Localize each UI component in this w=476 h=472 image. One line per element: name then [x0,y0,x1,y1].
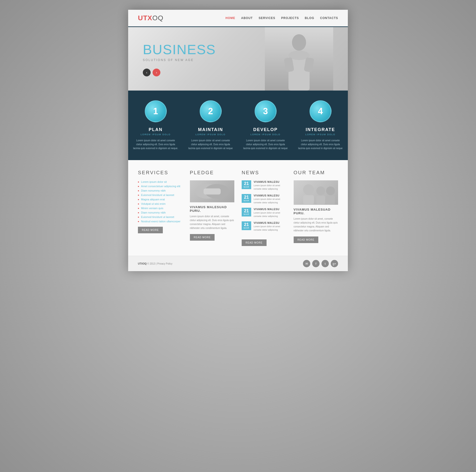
team-image [294,180,338,205]
news-date-2: 21 MAR [242,194,251,203]
service-link-8[interactable]: Diam nonummy nibh [141,211,166,214]
footer-privacy[interactable]: Privacy Policy [157,262,172,265]
logo-oq: OQ [152,14,164,22]
services-column: SERVICES Lorem ipsum dolor sit Amet cons… [138,170,183,246]
feature-title-3: DEVELOP [243,127,288,132]
feature-text-2: Lorem ipsum dolor sit amet consete ctetu… [188,139,233,150]
svg-rect-13 [326,196,335,204]
news-item-1: 21 MAR VIVAMUS MALESU Lorem ipsum dolor … [242,180,286,191]
news-item-3: 21 MAR VIVAMUS MALESU Lorem ipsum dolor … [242,208,286,218]
pledge-heading: PLEDGE [190,170,235,175]
list-item: Euismod tincidunt ut laoreet [138,216,183,219]
feature-title-1: PLAN [133,127,178,132]
service-link-10[interactable]: Nostrud exerci tation ullamcorper [141,220,180,223]
service-link-2[interactable]: Amet consectetuer adipiscing elit [141,185,180,188]
hero-content: BUSINESS SOLUTIONS OF NEW AGE ‹ › [128,41,230,76]
svg-rect-9 [303,195,314,204]
feature-subtitle-3: LOREM IPSUM DOLO [243,133,288,136]
list-item: Nostrud exerci tation ullamcorper [138,220,183,223]
news-date-3: 21 MAR [242,208,251,217]
footer-left: UTXOQ © 2013 | Privacy Policy [138,262,172,265]
feature-maintain: 2 MAINTAIN LOREM IPSUM DOLO Lorem ipsum … [183,100,238,150]
facebook-social-button[interactable]: f [312,260,320,267]
nav-blog[interactable]: BLOG [305,16,314,20]
list-item: Magna aliquam erat [138,198,183,201]
list-item: Diam nonummy nibh [138,211,183,214]
hero-title: BUSINESS [143,41,216,57]
svg-point-8 [303,184,314,195]
svg-rect-11 [316,196,325,204]
hero-image [265,27,333,91]
feature-subtitle-4: LOREM IPSUM DOLO [298,133,343,136]
services-read-more[interactable]: READ MORE [138,227,163,233]
feature-plan: 1 PLAN LOREM IPSUM DOLO Lorem ipsum dolo… [128,100,183,150]
svg-point-12 [326,186,335,195]
features-section: 1 PLAN LOREM IPSUM DOLO Lorem ipsum dolo… [128,91,348,160]
list-item: Volutpat ut wisi enim [138,202,183,205]
next-button[interactable]: › [153,68,160,76]
twitter-social-button[interactable]: t [322,260,329,267]
footer-social: ✉ f t g+ [303,260,338,267]
pledge-column: PLEDGE VIVAMUS MALESUAD PURU. Lorem ipsu… [190,170,235,246]
prev-button[interactable]: ‹ [143,68,151,76]
service-link-3[interactable]: Diam nonummy nibh [141,189,166,192]
svg-point-10 [316,186,325,195]
services-list: Lorem ipsum dolor sit Amet consectetuer … [138,180,183,223]
service-link-1[interactable]: Lorem ipsum dolor sit [141,180,167,183]
footer: UTXOQ © 2013 | Privacy Policy ✉ f t g+ [128,256,348,271]
hero-subtitle: SOLUTIONS OF NEW AGE [143,58,216,62]
pledge-read-more[interactable]: READ MORE [190,234,215,241]
news-content-1: VIVAMUS MALESU Lorem ipsum dolor sit ame… [254,180,286,191]
pledge-text: Lorem ipsum dolor sit amet, consete ctet… [190,215,235,230]
feature-develop: 3 DEVELOP LOREM IPSUM DOLO Lorem ipsum d… [238,100,293,150]
pledge-title: VIVAMUS MALESUAD PURU. [190,205,235,213]
svg-point-0 [292,34,306,51]
email-social-button[interactable]: ✉ [303,260,310,267]
nav: HOME ABOUT SERVICES PROJECTS BLOG CONTAC… [225,16,338,20]
list-item: Lorem ipsum dolor sit [138,180,183,183]
team-read-more[interactable]: READ MORE [294,236,319,243]
news-column: NEWS 21 MAR VIVAMUS MALESU Lorem ipsum d… [242,170,286,246]
news-date-1: 21 MAR [242,180,251,189]
nav-services[interactable]: SERVICES [258,16,275,20]
news-date-4: 21 MAR [242,221,251,230]
news-content-4: VIVAMUS MALESU Lorem ipsum dolor sit ame… [254,221,286,232]
news-content-2: VIVAMUS MALESU Lorem ipsum dolor sit ame… [254,194,286,204]
feature-subtitle-1: LOREM IPSUM DOLO [133,133,178,136]
feature-circle-4: 4 [309,100,331,122]
feature-circle-3: 3 [255,100,277,122]
news-read-more[interactable]: READ MORE [242,239,267,246]
news-item-4: 21 MAR VIVAMUS MALESU Lorem ipsum dolor … [242,221,286,232]
pledge-image [190,180,235,202]
nav-contacts[interactable]: CONTACTS [320,16,338,20]
service-link-9[interactable]: Euismod tincidunt ut laoreet [141,216,174,219]
logo: UTXOQ [138,14,164,22]
service-link-6[interactable]: Volutpat ut wisi enim [141,202,166,205]
googleplus-social-button[interactable]: g+ [331,260,338,267]
service-link-7[interactable]: Minim veniam quis [141,207,163,210]
service-link-5[interactable]: Magna aliquam erat [141,198,165,201]
content-section: SERVICES Lorem ipsum dolor sit Amet cons… [128,160,348,256]
list-item: Euismod tincidunt ut laoreet [138,194,183,197]
nav-home[interactable]: HOME [225,16,235,20]
hero-arrows: ‹ › [143,68,216,76]
feature-text-3: Lorem ipsum dolor sit amet consete ctetu… [243,139,288,150]
feature-circle-2: 2 [200,100,222,122]
list-item: Minim veniam quis [138,207,183,210]
website-wrapper: UTXOQ HOME ABOUT SERVICES PROJECTS BLOG … [128,10,348,271]
team-text: Lorem ipsum dolor sit amet, consete ctet… [294,217,338,233]
feature-circle-1: 1 [145,100,167,122]
footer-copyright: © 2013 | [147,262,156,265]
news-content-3: VIVAMUS MALESU Lorem ipsum dolor sit ame… [254,208,286,218]
feature-subtitle-2: LOREM IPSUM DOLO [188,133,233,136]
feature-integrate: 4 INTEGRATE LOREM IPSUM DOLO Lorem ipsum… [293,100,348,150]
list-item: Amet consectetuer adipiscing elit [138,185,183,188]
news-heading: NEWS [242,170,286,175]
nav-projects[interactable]: PROJECTS [281,16,299,20]
nav-about[interactable]: ABOUT [241,16,253,20]
service-link-4[interactable]: Euismod tincidunt ut laoreet [141,194,174,197]
team-title: VIVAMUS MALESUAD PURU. [294,208,338,215]
services-heading: SERVICES [138,170,183,175]
feature-text-4: Lorem ipsum dolor sit amet consete ctetu… [298,139,343,150]
footer-brand: UTXOQ [138,262,147,265]
